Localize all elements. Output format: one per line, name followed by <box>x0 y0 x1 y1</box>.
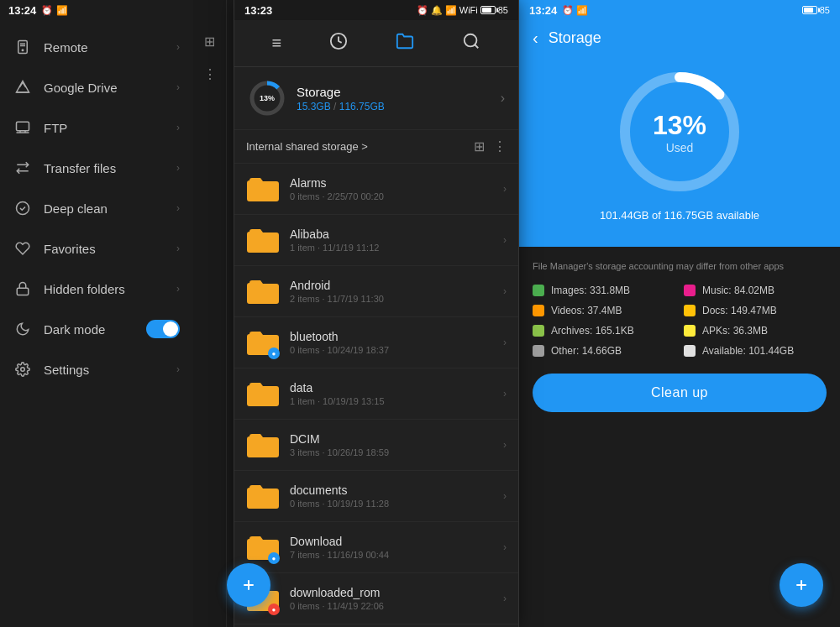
file-item-alibaba[interactable]: Alibaba 1 item · 11/1/19 11:12 › <box>234 215 518 266</box>
filemeta-alarms: 0 items · 2/25/70 00:20 <box>290 191 503 201</box>
transfer-chevron: › <box>176 162 180 174</box>
storage-item-apks: APKs: 36.3MB <box>684 325 827 337</box>
partial-grid-icon: ⊞ <box>204 34 215 50</box>
file-item-data[interactable]: data 1 item · 10/19/19 13:15 › <box>234 368 518 420</box>
file-item-download[interactable]: ● Download 7 items · 11/16/19 00:44 › <box>234 522 518 573</box>
partial-more-icon: ⋮ <box>203 66 217 82</box>
filemeta-documents: 0 items · 10/19/19 11:28 <box>290 499 503 509</box>
storage-card-chevron: › <box>501 91 505 106</box>
sidebar-item-transfer-files[interactable]: Transfer files › <box>0 148 193 188</box>
storage-name: Storage <box>297 85 501 99</box>
svg-line-12 <box>475 44 479 48</box>
sidebar-item-settings[interactable]: Settings › <box>0 349 193 389</box>
filename-data: data <box>290 381 503 394</box>
settings-icon <box>13 360 32 379</box>
file-item-documents[interactable]: documents 0 items · 10/19/19 11:28 › <box>234 471 518 522</box>
music-dot <box>684 285 696 296</box>
history-icon[interactable] <box>323 29 354 58</box>
storage-size: 15.3GB / 116.75GB <box>297 101 501 112</box>
file-chevron: › <box>503 183 507 195</box>
sidebar-item-dark-mode[interactable]: Dark mode <box>0 309 193 349</box>
file-chevron-dcim: › <box>503 439 507 451</box>
sidebar-item-remote[interactable]: Remote › <box>0 27 193 67</box>
filename-bluetooth: bluetooth <box>290 330 503 343</box>
filename-download: Download <box>290 535 503 548</box>
storage-item-docs: Docs: 149.47MB <box>684 305 827 316</box>
folder-alibaba <box>246 223 280 257</box>
svg-rect-4 <box>17 122 29 131</box>
middle-alarm-icon: ⏰ <box>417 5 428 16</box>
sidebar-item-favorites[interactable]: Favorites › <box>0 228 193 269</box>
music-label: Music: 84.02MB <box>702 285 774 296</box>
big-donut-text: 13% Used <box>653 110 706 154</box>
images-label: Images: 331.8MB <box>551 285 630 296</box>
filemeta-data: 1 item · 10/19/19 13:15 <box>290 396 503 406</box>
remote-label: Remote <box>44 40 176 55</box>
right-status-icons: ⏰ 📶 <box>562 5 588 16</box>
folder-android <box>246 274 280 308</box>
sidebar-item-deep-clean[interactable]: Deep clean › <box>0 188 193 228</box>
right-status-bar: 13:24 ⏰ 📶 85 <box>519 0 840 20</box>
file-item-android[interactable]: Android 2 items · 11/7/19 11:30 › <box>234 266 518 317</box>
images-dot <box>533 285 544 296</box>
right-alarm-icon: ⏰ <box>562 5 574 16</box>
file-item-bluetooth[interactable]: ● bluetooth 0 items · 10/24/19 18:37 › <box>234 317 518 368</box>
settings-label: Settings <box>44 363 176 377</box>
hidden-folders-label: Hidden folders <box>44 282 176 296</box>
storage-item-available: Available: 101.44GB <box>684 345 827 357</box>
svg-point-1 <box>22 50 24 51</box>
right-header: ‹ Storage <box>519 20 840 48</box>
other-label: Other: 14.66GB <box>551 345 622 357</box>
file-details-android: Android 2 items · 11/7/19 11:30 <box>290 279 503 304</box>
back-button[interactable]: ‹ <box>533 29 538 48</box>
filename-alarms: Alarms <box>290 176 503 190</box>
transfer-icon <box>13 159 32 177</box>
filename-downloaded-rom: downloaded_rom <box>290 586 503 599</box>
storage-item-archives: Archives: 165.1KB <box>533 325 675 337</box>
middle-status-bar: 13:23 ⏰ 🔔 📶 WiFi 85 <box>234 0 518 20</box>
toolbar: ≡ <box>234 20 518 67</box>
sidebar-item-ftp[interactable]: FTP › <box>0 107 193 148</box>
folder-data <box>246 377 280 410</box>
archives-label: Archives: 165.1KB <box>551 325 634 337</box>
ftp-label: FTP <box>44 121 176 135</box>
storage-item-images: Images: 331.8MB <box>533 285 675 296</box>
file-item-dcim[interactable]: DCIM 3 items · 10/26/19 18:59 › <box>234 420 518 471</box>
storage-grid: Images: 331.8MB Music: 84.02MB Videos: 3… <box>533 285 827 357</box>
fab-button-right[interactable] <box>780 563 823 607</box>
grid-view-icon[interactable]: ⊞ <box>474 138 485 154</box>
right-title: Storage <box>549 29 601 47</box>
file-details-bluetooth: bluetooth 0 items · 10/24/19 18:37 <box>290 330 503 355</box>
filemeta-download: 7 items · 11/16/19 00:44 <box>290 550 503 560</box>
sidebar-item-hidden-folders[interactable]: Hidden folders › <box>0 269 193 309</box>
filename-android: Android <box>290 279 503 292</box>
downloaded-rom-badge: ● <box>268 603 280 615</box>
middle-signal-icon: 📶 <box>445 5 457 16</box>
ftp-chevron: › <box>176 122 180 133</box>
more-options-icon[interactable]: ⋮ <box>493 138 507 154</box>
folder-alarms <box>246 172 280 206</box>
clean-up-button[interactable]: Clean up <box>533 374 827 412</box>
storage-card[interactable]: 13% Storage 15.3GB / 116.75GB › <box>234 67 518 130</box>
sidebar-item-google-drive[interactable]: Google Drive › <box>0 67 193 107</box>
other-dot <box>533 345 544 357</box>
file-item-alarms[interactable]: Alarms 0 items · 2/25/70 00:20 › <box>234 164 518 215</box>
nav-list: Remote › Google Drive › FTP › <box>0 20 193 627</box>
search-icon[interactable] <box>455 29 487 58</box>
filename-documents: documents <box>290 483 503 497</box>
folder-dcim <box>246 428 280 462</box>
google-drive-icon <box>13 78 32 97</box>
favorites-label: Favorites <box>44 242 176 256</box>
middle-wifi-icon: WiFi <box>459 5 478 15</box>
available-text: 101.44GB of 116.75GB available <box>600 209 759 222</box>
folder-icon[interactable] <box>389 29 421 58</box>
fab-button-middle[interactable] <box>227 563 270 607</box>
breadcrumb[interactable]: Internal shared storage > <box>246 140 368 153</box>
menu-icon[interactable]: ≡ <box>265 30 289 56</box>
svg-point-11 <box>465 34 477 47</box>
file-details-documents: documents 0 items · 10/19/19 11:28 <box>290 483 503 509</box>
file-chevron-alibaba: › <box>503 234 507 246</box>
dark-mode-toggle[interactable] <box>146 320 180 338</box>
file-item-downloaded-rom[interactable]: ● downloaded_rom 0 items · 11/4/19 22:06… <box>234 573 518 624</box>
file-chevron-android: › <box>503 285 507 297</box>
